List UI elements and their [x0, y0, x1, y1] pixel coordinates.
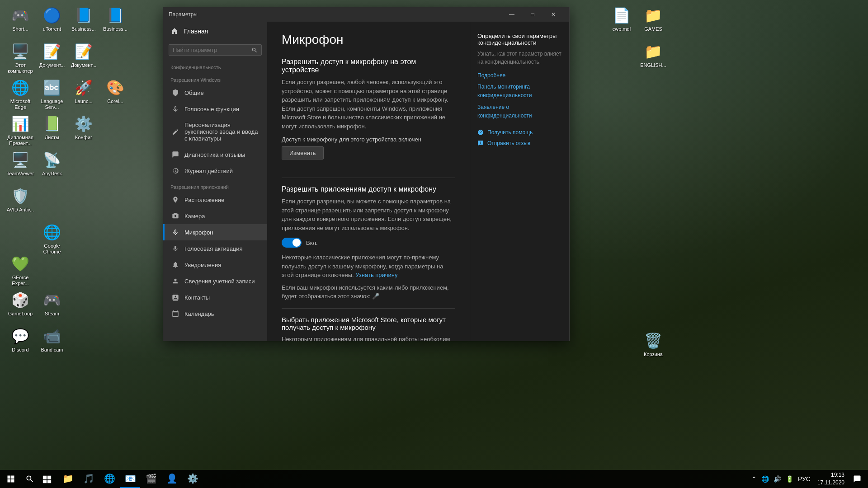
sidebar-search-box[interactable] — [169, 44, 262, 56]
icon-label: Steam — [45, 311, 59, 317]
privacy-section-title: Конфиденциальность — [163, 59, 267, 72]
desktop-icon-doc2[interactable]: 📝 Документ... — [68, 41, 99, 70]
desktop-icon-english[interactable]: 📁 ENGLISH... — [637, 41, 669, 70]
taskbar-app-video[interactable]: 🎬 — [141, 470, 161, 488]
taskbar-app-user[interactable]: 👤 — [162, 470, 182, 488]
sidebar-item-notifications[interactable]: Уведомления — [163, 257, 267, 273]
tray-language[interactable]: РУС — [797, 474, 812, 483]
right-panel-actions: Получить помощь Отправить отзыв — [477, 129, 562, 146]
desktop-icon-discord[interactable]: 💬 Discord — [5, 325, 36, 355]
desktop-icon-utorrent[interactable]: 🔵 uTorrent — [36, 5, 68, 34]
icon-label: Документ... — [71, 62, 97, 68]
windows-permissions-title: Разрешения Windows — [163, 72, 267, 84]
mic-icon-text: Если ваш микрофон используется каким-либ… — [282, 283, 455, 301]
task-view-button[interactable] — [38, 470, 56, 488]
taskbar-app-mail[interactable]: 📧 — [120, 470, 140, 488]
desktop-icon-bandicam[interactable]: 📹 Bandicam — [36, 325, 68, 355]
system-tray: ⌃ 🌐 🔊 🔋 РУС 19:13 17.11.2020 — [746, 470, 868, 488]
tray-speaker[interactable]: 🔊 — [772, 474, 783, 483]
taskbar-app-edge[interactable]: 🌐 — [99, 470, 119, 488]
tray-network[interactable]: 🌐 — [760, 474, 770, 483]
taskbar-clock[interactable]: 19:13 17.11.2020 — [814, 471, 848, 487]
desktop-icon-gameloop[interactable]: 🎲 GameLoop — [5, 289, 36, 319]
sidebar-item-activity[interactable]: Журнал действий — [163, 163, 267, 179]
sidebar-search-input[interactable] — [173, 47, 251, 53]
sidebar-item-voice-activation[interactable]: Голосовая активация — [163, 240, 267, 257]
taskbar-app-explorer[interactable]: 📁 — [58, 470, 78, 488]
right-panel-link1[interactable]: Подробнее — [477, 71, 562, 80]
desktop-icon-doc1[interactable]: 📝 Документ... — [36, 41, 68, 70]
desktop-icon-anydesk[interactable]: 📡 AnyDesk — [36, 149, 68, 178]
desktop-icon-avid[interactable]: 🛡️ AVID Antiv... — [5, 185, 36, 215]
icon-label: AnyDesk — [42, 171, 62, 177]
microphone-toggle[interactable] — [282, 238, 302, 248]
desktop-icon-cwp[interactable]: 📄 cwp.mdl — [606, 5, 637, 34]
notification-center-button[interactable] — [850, 470, 864, 488]
desktop-icon-short[interactable]: 🎮 Shоrt... — [5, 5, 36, 34]
taskbar-search-button[interactable] — [22, 471, 38, 487]
desktop-icon-business1[interactable]: 📘 Business... — [68, 5, 99, 34]
desktop-icon-corel[interactable]: 🎨 Corel... — [99, 77, 131, 106]
icon-img: 📁 — [644, 42, 662, 61]
desktop-icon-config[interactable]: ⚙️ Конфиг — [68, 113, 99, 142]
send-feedback-label: Отправить отзыв — [487, 140, 530, 146]
desktop-icon-gforce[interactable]: 💚 GForce Exper... — [5, 253, 36, 288]
change-button[interactable]: Изменить — [282, 146, 324, 160]
desktop-icon-launch[interactable]: 🚀 Launc... — [68, 77, 99, 106]
icon-img: 📄 — [613, 6, 631, 24]
sidebar-home-button[interactable]: Главная — [163, 22, 267, 41]
desktop-icon-language[interactable]: 🔤 Language Serv... — [36, 77, 68, 112]
desktop-icon-edge[interactable]: 🌐 Microsoft Edge — [5, 77, 36, 112]
section1-heading: Разрешить доступ к микрофону на этом уст… — [282, 58, 455, 74]
icon-img: 📗 — [43, 115, 61, 133]
start-button[interactable] — [0, 470, 22, 488]
sidebar-item-microphone[interactable]: Микрофон — [163, 224, 267, 240]
search-icon — [251, 47, 258, 53]
desktop-icon-teamviewer[interactable]: 🖥️ TeamViewer — [5, 149, 36, 178]
desktop-icon-steam[interactable]: 🎮 Steam — [36, 289, 68, 319]
desktop-icon-business2[interactable]: 📘 Business... — [99, 5, 131, 34]
sidebar-item-account-info[interactable]: Сведения учетной записи — [163, 273, 267, 289]
section1-text: Если доступ разрешен, любой человек, исп… — [282, 78, 455, 131]
sidebar-item-location[interactable]: Расположение — [163, 192, 267, 208]
learn-why-link[interactable]: Узнать причину — [355, 272, 397, 278]
sidebar-item-camera[interactable]: Камера — [163, 208, 267, 224]
tray-battery[interactable]: 🔋 — [784, 474, 795, 483]
sidebar: Главная Конфиденциальность Разрешения Wi… — [163, 22, 267, 341]
sidebar-item-label: Диагностика и отзывы — [184, 151, 245, 158]
taskbar-app-settings[interactable]: ⚙️ — [183, 470, 203, 488]
right-panel-link2[interactable]: Панель мониторинга конфиденциальности — [477, 83, 562, 100]
desktop-icon-present[interactable]: 📊 Дипломная Презент... — [5, 113, 36, 148]
sidebar-item-label: Контакты — [184, 294, 210, 301]
icon-img: 🛡️ — [11, 187, 29, 205]
get-help-action[interactable]: Получить помощь — [477, 129, 562, 136]
desktop-icon-games[interactable]: 📁 GAMES — [637, 5, 669, 34]
send-feedback-action[interactable]: Отправить отзыв — [477, 140, 562, 146]
sidebar-item-label: Микрофон — [184, 229, 213, 236]
microphone-icon — [172, 229, 179, 236]
right-panel-link3[interactable]: Заявление о конфиденциальности — [477, 103, 562, 120]
sidebar-item-handwriting[interactable]: Персонализация рукописного ввода и ввода… — [163, 117, 267, 146]
icon-img: 🗑️ — [644, 332, 662, 350]
icon-img: 🔵 — [43, 6, 61, 24]
get-help-label: Получить помощь — [487, 129, 533, 136]
sidebar-item-calendar[interactable]: Календарь — [163, 305, 267, 322]
minimize-button[interactable]: — — [501, 7, 522, 22]
desktop-icon-computer[interactable]: 🖥️ Этот компьютер — [5, 41, 36, 76]
desktop-icon-sheets[interactable]: 📗 Листы — [36, 113, 68, 142]
sidebar-item-diagnostics[interactable]: Диагностика и отзывы — [163, 146, 267, 163]
sidebar-item-label: Общие — [184, 89, 204, 96]
sidebar-item-contacts[interactable]: Контакты — [163, 289, 267, 305]
taskbar-app-music[interactable]: 🎵 — [79, 470, 99, 488]
close-button[interactable]: ✕ — [543, 7, 564, 22]
desktop-icon-trash[interactable]: 🗑️ Корзина — [637, 330, 669, 359]
desktop-icon-chrome[interactable]: 🌐 Google Chrome — [36, 221, 68, 257]
icon-label: Документ... — [39, 62, 65, 68]
sidebar-item-general[interactable]: Общие — [163, 84, 267, 101]
icon-img: 💚 — [11, 255, 29, 273]
maximize-button[interactable]: □ — [522, 7, 543, 22]
tray-chevron[interactable]: ⌃ — [750, 474, 758, 483]
icon-img: 🎲 — [11, 291, 29, 309]
icon-img: 📝 — [43, 42, 61, 61]
sidebar-item-voice[interactable]: Голосовые функции — [163, 101, 267, 117]
